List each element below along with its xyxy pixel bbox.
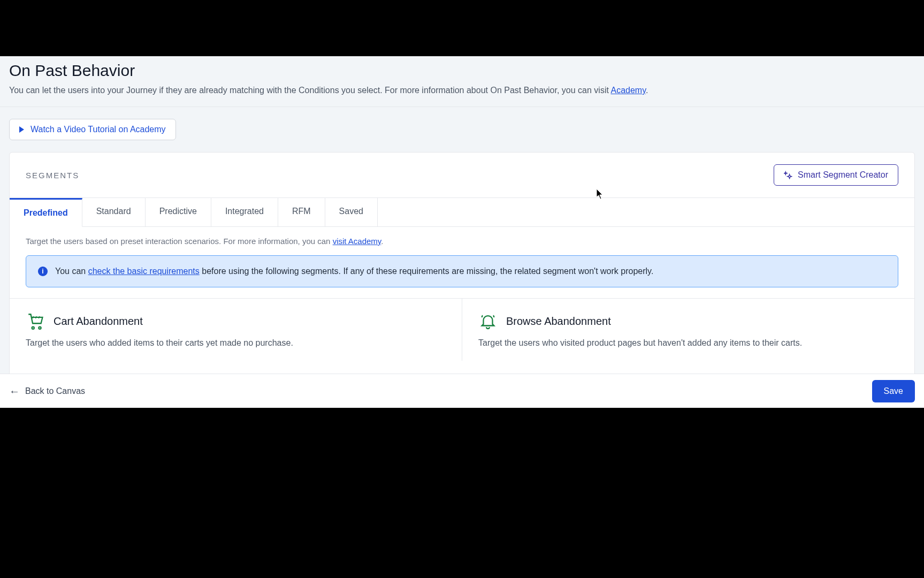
tab-desc-post: .	[381, 237, 383, 246]
card-desc: Target the users who added items to thei…	[26, 338, 446, 348]
save-button[interactable]: Save	[872, 380, 915, 402]
tab-saved[interactable]: Saved	[325, 198, 378, 226]
segments-heading: SEGMENTS	[26, 171, 79, 180]
visit-academy-link[interactable]: visit Academy	[333, 237, 381, 246]
card-head: Browse Abandonment	[478, 311, 898, 331]
subtitle-text: You can let the users into your Journey …	[9, 86, 610, 95]
info-banner: i You can check the basic requirements b…	[26, 255, 898, 287]
sparkle-icon	[784, 171, 792, 179]
arrow-left-icon: ←	[9, 386, 20, 397]
banner-post: before using the following segments. If …	[200, 267, 654, 276]
page-title: On Past Behavior	[9, 62, 915, 80]
footer: ← Back to Canvas Save	[0, 374, 924, 408]
play-icon	[19, 126, 24, 133]
tab-rfm[interactable]: RFM	[278, 198, 325, 226]
app-window: On Past Behavior You can let the users i…	[0, 56, 924, 408]
info-banner-text: You can check the basic requirements bef…	[55, 267, 653, 276]
basic-requirements-link[interactable]: check the basic requirements	[88, 267, 200, 276]
card-title: Cart Abandonment	[54, 315, 143, 328]
tab-description: Target the users based on preset interac…	[26, 237, 898, 246]
watch-tutorial-label: Watch a Video Tutorial on Academy	[30, 125, 166, 134]
svg-point-1	[39, 327, 41, 329]
tabs: Predefined Standard Predictive Integrate…	[10, 197, 914, 227]
card-browse-abandonment[interactable]: Browse Abandonment Target the users who …	[462, 299, 914, 361]
smart-segment-creator-button[interactable]: Smart Segment Creator	[774, 164, 898, 186]
panel-header: SEGMENTS Smart Segment Creator	[10, 153, 914, 197]
smart-segment-creator-label: Smart Segment Creator	[798, 170, 888, 180]
segment-cards: Cart Abandonment Target the users who ad…	[10, 298, 914, 361]
card-desc: Target the users who visited product pag…	[478, 338, 898, 348]
bell-icon	[478, 311, 498, 331]
tab-integrated[interactable]: Integrated	[211, 198, 278, 226]
svg-point-0	[32, 327, 34, 329]
card-cart-abandonment[interactable]: Cart Abandonment Target the users who ad…	[10, 299, 462, 361]
tab-desc-pre: Target the users based on preset interac…	[26, 237, 333, 246]
card-title: Browse Abandonment	[506, 315, 611, 328]
watch-tutorial-button[interactable]: Watch a Video Tutorial on Academy	[9, 119, 176, 140]
tab-predefined[interactable]: Predefined	[10, 198, 82, 227]
cart-icon	[26, 311, 45, 331]
back-label: Back to Canvas	[25, 386, 85, 396]
banner-pre: You can	[55, 267, 88, 276]
page-subtitle: You can let the users into your Journey …	[9, 84, 915, 97]
subtitle-post: .	[646, 86, 648, 95]
tab-standard[interactable]: Standard	[82, 198, 146, 226]
page-header: On Past Behavior You can let the users i…	[0, 56, 924, 107]
segments-panel: SEGMENTS Smart Segment Creator Predefine…	[9, 152, 915, 408]
info-icon: i	[38, 267, 48, 276]
card-head: Cart Abandonment	[26, 311, 446, 331]
academy-link[interactable]: Academy	[610, 86, 646, 95]
tab-predictive[interactable]: Predictive	[146, 198, 211, 226]
back-to-canvas-button[interactable]: ← Back to Canvas	[9, 386, 85, 397]
toolbar: Watch a Video Tutorial on Academy	[0, 107, 924, 152]
